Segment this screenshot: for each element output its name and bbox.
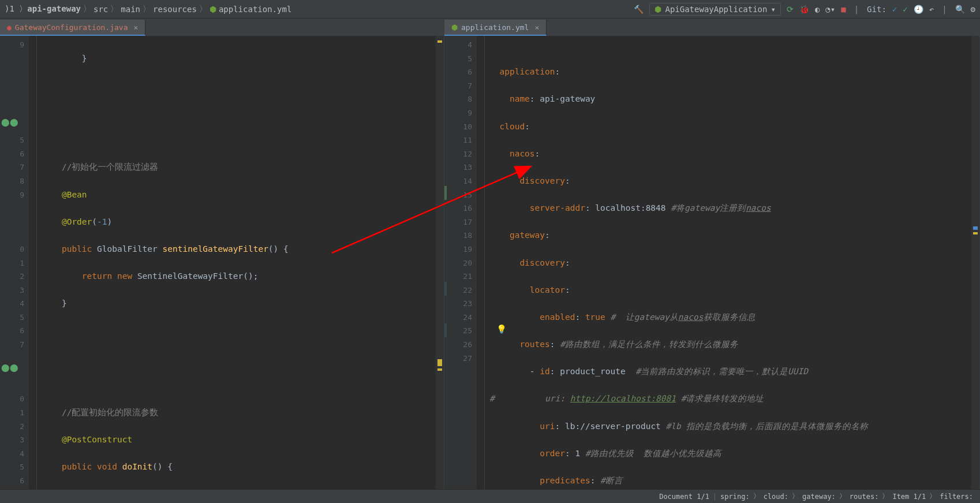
status-item[interactable]: Item 1/1 bbox=[892, 493, 926, 501]
git-history-icon[interactable]: 🕘 bbox=[914, 5, 923, 14]
status-crumb-gateway[interactable]: gateway: bbox=[802, 493, 836, 501]
left-fold-column bbox=[29, 36, 37, 489]
status-crumb-filters[interactable]: filters: bbox=[940, 493, 973, 501]
left-tab-row: ● GatewayConfiguration.java × bbox=[0, 18, 444, 36]
breadcrumb-project[interactable]: )1 〉api-gateway bbox=[5, 4, 81, 14]
run-icon[interactable]: ⟳ bbox=[787, 5, 794, 14]
status-document[interactable]: Document 1/1 bbox=[659, 493, 709, 501]
spring-icon: ⬢ bbox=[654, 5, 661, 14]
left-gutter: ⬤⬤ ⬤⬤ 9 56789 01234567 0123456 bbox=[0, 36, 29, 489]
git-commit-icon[interactable]: ✓ bbox=[903, 5, 907, 14]
right-gutter: 4567891011121314151617181920212223242526… bbox=[444, 36, 477, 489]
right-scrollbar-map[interactable] bbox=[971, 36, 979, 489]
gutter-test-marker-icon[interactable]: ⬤⬤ bbox=[1, 115, 18, 129]
breadcrumb-main[interactable]: main bbox=[121, 5, 140, 14]
intention-bulb-icon[interactable]: 💡 bbox=[496, 323, 507, 337]
left-code-area[interactable]: } //初始化一个限流过滤器 @Bean @Order(-1) public G… bbox=[37, 36, 436, 489]
editor-split: ● GatewayConfiguration.java × ⬤⬤ ⬤⬤ 9 56… bbox=[0, 18, 980, 489]
profiler-icon[interactable]: ◔▾ bbox=[825, 5, 835, 14]
right-tab-row: ⬢ application.yml × bbox=[444, 18, 979, 36]
git-label: Git: bbox=[867, 5, 887, 14]
search-icon[interactable]: 🔍 bbox=[955, 5, 965, 14]
build-icon[interactable]: 🔨 bbox=[634, 5, 644, 14]
settings-icon[interactable]: ⚙ bbox=[971, 5, 975, 14]
status-bar: Document 1/1 | spring:〉 cloud:〉 gateway:… bbox=[0, 489, 980, 503]
status-crumb-routes[interactable]: routes: bbox=[850, 493, 879, 501]
tab-application-yml[interactable]: ⬢ application.yml × bbox=[444, 20, 547, 36]
breadcrumb-src[interactable]: src bbox=[93, 5, 108, 14]
dropdown-arrow-icon: ▾ bbox=[770, 5, 775, 14]
right-fold-column bbox=[477, 36, 485, 489]
tab-gateway-configuration[interactable]: ● GatewayConfiguration.java × bbox=[0, 20, 145, 36]
run-configuration-selector[interactable]: ⬢ ApiGatewayApplication ▾ bbox=[649, 3, 780, 16]
yaml-file-icon: ⬢ bbox=[210, 5, 216, 14]
left-editor-pane: ● GatewayConfiguration.java × ⬤⬤ ⬤⬤ 9 56… bbox=[0, 18, 444, 489]
left-scrollbar-map[interactable] bbox=[436, 36, 444, 489]
toolbar-right: 🔨 ⬢ ApiGatewayApplication ▾ ⟳ 🐞 ◐ ◔▾ ■ |… bbox=[634, 3, 975, 16]
run-config-label: ApiGatewayApplication bbox=[665, 5, 767, 14]
java-class-icon: ● bbox=[7, 23, 12, 32]
debug-icon[interactable]: 🐞 bbox=[799, 5, 809, 14]
coverage-icon[interactable]: ◐ bbox=[815, 5, 820, 14]
navigation-bar: )1 〉api-gateway 〉src 〉main 〉resources 〉⬢… bbox=[0, 0, 980, 18]
git-update-icon[interactable]: ✓ bbox=[892, 5, 897, 14]
tab-label: application.yml bbox=[461, 23, 529, 32]
yaml-file-icon: ⬢ bbox=[451, 23, 458, 32]
close-tab-icon[interactable]: × bbox=[134, 23, 139, 32]
right-editor-pane: ⬢ application.yml × 45678910111213141516… bbox=[444, 18, 980, 489]
right-code-area[interactable]: 💡 application: name: api-gateway cloud: … bbox=[485, 36, 971, 489]
breadcrumb-file[interactable]: application.yml bbox=[219, 5, 291, 14]
breadcrumb-resources[interactable]: resources bbox=[153, 5, 197, 14]
status-crumb-spring[interactable]: spring: bbox=[720, 493, 750, 501]
close-tab-icon[interactable]: × bbox=[534, 23, 539, 32]
gutter-test-marker-icon[interactable]: ⬤⬤ bbox=[1, 361, 18, 375]
tab-label: GatewayConfiguration.java bbox=[15, 23, 128, 32]
status-crumb-cloud[interactable]: cloud: bbox=[764, 493, 788, 501]
git-rollback-icon[interactable]: ↶ bbox=[929, 5, 934, 14]
breadcrumb[interactable]: )1 〉api-gateway 〉src 〉main 〉resources 〉⬢… bbox=[5, 4, 291, 14]
stop-icon[interactable]: ■ bbox=[841, 5, 846, 14]
